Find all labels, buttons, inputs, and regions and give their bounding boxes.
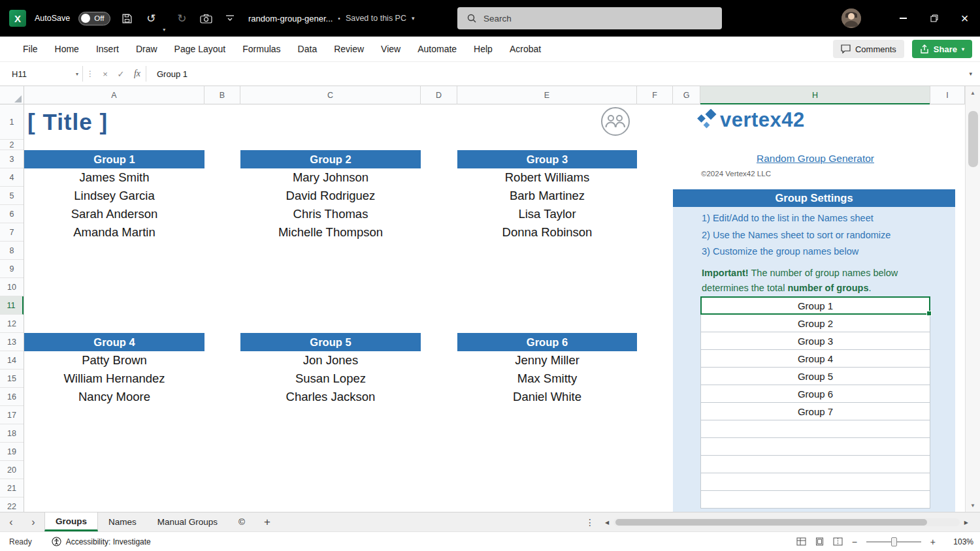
tab-help[interactable]: Help xyxy=(465,37,501,61)
row-header[interactable]: 16 xyxy=(0,388,24,406)
member-cell[interactable]: James Smith xyxy=(24,168,204,187)
zoom-level[interactable]: 103% xyxy=(945,537,973,546)
zoom-out-icon[interactable]: − xyxy=(852,537,857,547)
member-cell[interactable]: Patty Brown xyxy=(24,351,204,370)
member-cell[interactable]: Michelle Thompson xyxy=(240,223,421,242)
group-name-cell[interactable]: Group 7 xyxy=(700,402,930,420)
tab-home[interactable]: Home xyxy=(46,37,88,61)
restore-button[interactable] xyxy=(919,0,949,37)
member-cell[interactable]: Chris Thomas xyxy=(240,205,421,223)
zoom-slider[interactable] xyxy=(866,541,921,543)
member-cell[interactable]: David Rodriguez xyxy=(240,187,421,205)
row-header[interactable]: 7 xyxy=(0,223,24,242)
vertical-scroll-thumb[interactable] xyxy=(968,111,978,167)
page-layout-view-icon[interactable] xyxy=(815,537,825,546)
group-name-cell[interactable] xyxy=(700,455,930,473)
row-header[interactable]: 15 xyxy=(0,370,24,388)
row-header[interactable]: 8 xyxy=(0,242,24,260)
tab-formulas[interactable]: Formulas xyxy=(234,37,289,61)
column-header-b[interactable]: B xyxy=(204,86,240,104)
member-cell[interactable]: Susan Lopez xyxy=(240,370,421,388)
group-header-cell[interactable]: Group 2 xyxy=(240,150,421,168)
name-box-chevron-icon[interactable]: ▾ xyxy=(76,71,78,77)
column-header-g[interactable]: G xyxy=(673,86,700,104)
insert-function-icon[interactable]: fx xyxy=(129,69,146,79)
column-header-h[interactable]: H xyxy=(700,86,930,104)
group-name-cell[interactable]: Group 6 xyxy=(700,385,930,403)
group-name-cell[interactable] xyxy=(700,473,930,491)
close-button[interactable]: × xyxy=(949,0,980,37)
row-header[interactable]: 21 xyxy=(0,479,24,497)
scroll-right-icon[interactable]: ▶ xyxy=(964,520,968,526)
member-cell[interactable]: Barb Martinez xyxy=(457,187,637,205)
page-break-preview-icon[interactable] xyxy=(833,537,843,546)
group-name-cell[interactable]: Group 3 xyxy=(700,332,930,350)
redo-icon[interactable]: ↻ xyxy=(174,10,189,27)
column-header-f[interactable]: F xyxy=(637,86,673,104)
group-header-cell[interactable]: Group 4 xyxy=(24,333,204,351)
horizontal-scroll-track[interactable] xyxy=(613,518,960,526)
undo-icon[interactable]: ↺ xyxy=(143,10,159,27)
row-header[interactable]: 22 xyxy=(0,497,24,512)
row-header[interactable]: 2 xyxy=(0,140,24,150)
row-header[interactable]: 4 xyxy=(0,168,24,187)
group-name-cell-selected[interactable]: Group 1 xyxy=(700,296,930,315)
row-header[interactable]: 1 xyxy=(0,104,24,140)
select-all-corner[interactable] xyxy=(0,86,24,104)
random-group-generator-link[interactable]: Random Group Generator xyxy=(700,153,930,165)
member-cell[interactable]: Jon Jones xyxy=(240,351,421,370)
accessibility-status[interactable]: Accessibility: Investigate xyxy=(52,537,151,546)
confirm-entry-icon[interactable]: ✓ xyxy=(113,69,129,79)
excel-app-icon[interactable]: X xyxy=(9,10,26,27)
member-cell[interactable]: Charles Jackson xyxy=(240,388,421,406)
spreadsheet-grid[interactable]: [ Title ] vertex42 Random Group Generato… xyxy=(0,104,965,512)
previous-sheet-icon[interactable]: ‹ xyxy=(0,512,22,531)
row-header[interactable]: 19 xyxy=(0,443,24,461)
comments-button[interactable]: Comments xyxy=(833,40,904,58)
zoom-in-icon[interactable]: + xyxy=(930,537,936,547)
member-cell[interactable]: Jenny Miller xyxy=(457,351,637,370)
formula-input[interactable]: Group 1 xyxy=(157,69,969,79)
group-name-cell[interactable]: Group 2 xyxy=(700,314,930,332)
row-header[interactable]: 3 xyxy=(0,150,24,168)
member-cell[interactable]: Donna Robinson xyxy=(457,223,637,242)
group-name-cell[interactable]: Group 4 xyxy=(700,349,930,368)
row-header[interactable]: 13 xyxy=(0,333,24,351)
row-header[interactable]: 9 xyxy=(0,260,24,278)
horizontal-scroll-thumb[interactable] xyxy=(615,519,927,526)
group-header-cell[interactable]: Group 3 xyxy=(457,150,637,168)
column-header-a[interactable]: A xyxy=(24,86,204,104)
row-header[interactable]: 17 xyxy=(0,406,24,424)
tab-insert[interactable]: Insert xyxy=(88,37,127,61)
tab-review[interactable]: Review xyxy=(325,37,372,61)
row-header[interactable]: 10 xyxy=(0,278,24,296)
tab-automate[interactable]: Automate xyxy=(409,37,465,61)
document-title[interactable]: random-group-gener... xyxy=(248,14,333,24)
group-name-cell[interactable] xyxy=(700,420,930,438)
row-header[interactable]: 14 xyxy=(0,351,24,370)
zoom-slider-thumb[interactable] xyxy=(891,537,897,546)
share-button[interactable]: Share ▾ xyxy=(912,40,972,58)
member-cell[interactable]: Lindsey Garcia xyxy=(24,187,204,205)
row-header[interactable]: 20 xyxy=(0,461,24,479)
horizontal-scrollbar[interactable]: ◀ ▶ xyxy=(605,512,968,532)
normal-view-icon[interactable] xyxy=(796,537,806,546)
undo-dropdown-icon[interactable]: ▾ xyxy=(163,27,165,37)
member-cell[interactable]: Mary Johnson xyxy=(240,168,421,187)
cancel-entry-icon[interactable]: × xyxy=(97,69,113,79)
vertical-scrollbar[interactable]: ▲ ▼ xyxy=(965,86,980,512)
formula-bar-handle-icon[interactable]: ⋮ xyxy=(86,69,94,78)
sheet-tab-groups[interactable]: Groups xyxy=(44,512,98,531)
expand-formula-bar-icon[interactable]: ▾ xyxy=(969,71,972,77)
name-box[interactable]: H11 ▾ xyxy=(5,65,82,82)
tab-file[interactable]: File xyxy=(14,37,46,61)
row-header[interactable]: 18 xyxy=(0,424,24,443)
tab-data[interactable]: Data xyxy=(289,37,326,61)
scroll-up-icon[interactable]: ▲ xyxy=(966,86,980,99)
member-cell[interactable]: Daniel White xyxy=(457,388,637,406)
user-avatar[interactable] xyxy=(841,8,861,28)
scroll-down-icon[interactable]: ▼ xyxy=(966,499,980,512)
title-cell[interactable]: [ Title ] xyxy=(27,104,108,140)
sheet-tab-names[interactable]: Names xyxy=(98,512,147,531)
add-sheet-icon[interactable]: + xyxy=(255,512,279,531)
